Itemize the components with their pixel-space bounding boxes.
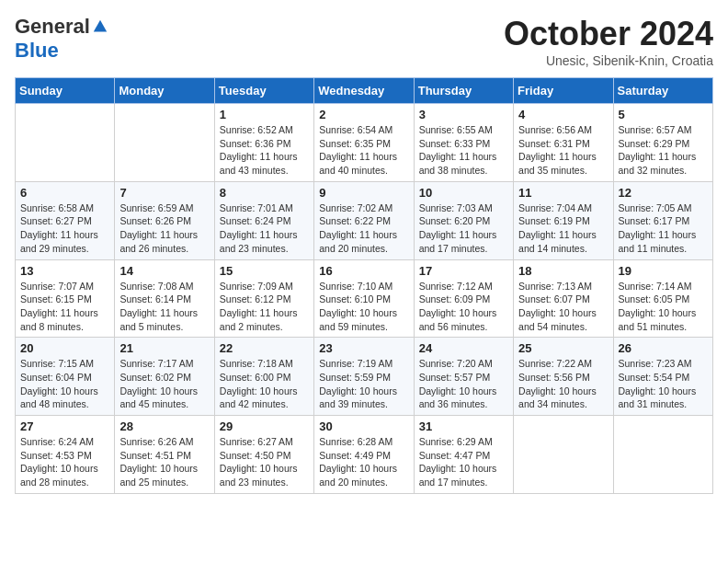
calendar-cell: 28Sunrise: 6:26 AM Sunset: 4:51 PM Dayli… <box>115 416 214 494</box>
calendar-table: SundayMondayTuesdayWednesdayThursdayFrid… <box>15 77 713 494</box>
calendar-cell: 23Sunrise: 7:19 AM Sunset: 5:59 PM Dayli… <box>314 338 414 416</box>
day-content: Sunrise: 7:12 AM Sunset: 6:09 PM Dayligh… <box>419 280 508 334</box>
calendar-cell <box>115 104 214 182</box>
calendar-day-header: Thursday <box>414 78 513 104</box>
day-content: Sunrise: 7:22 AM Sunset: 5:56 PM Dayligh… <box>518 357 608 411</box>
title-section: October 2024 Unesic, Sibenik-Knin, Croat… <box>504 15 713 68</box>
calendar-cell: 26Sunrise: 7:23 AM Sunset: 5:54 PM Dayli… <box>613 338 712 416</box>
day-number: 12 <box>619 186 708 200</box>
day-number: 28 <box>119 419 209 433</box>
calendar-cell: 18Sunrise: 7:13 AM Sunset: 6:07 PM Dayli… <box>514 259 613 338</box>
day-number: 9 <box>319 186 408 200</box>
day-content: Sunrise: 7:23 AM Sunset: 5:54 PM Dayligh… <box>619 357 708 411</box>
day-number: 6 <box>20 186 109 200</box>
day-content: Sunrise: 7:05 AM Sunset: 6:17 PM Dayligh… <box>619 201 708 256</box>
day-number: 5 <box>619 108 708 121</box>
day-content: Sunrise: 7:03 AM Sunset: 6:20 PM Dayligh… <box>419 201 508 256</box>
day-content: Sunrise: 7:13 AM Sunset: 6:07 PM Dayligh… <box>518 280 608 334</box>
calendar-day-header: Saturday <box>613 78 712 104</box>
day-content: Sunrise: 7:01 AM Sunset: 6:24 PM Dayligh… <box>220 201 309 256</box>
day-content: Sunrise: 7:02 AM Sunset: 6:22 PM Dayligh… <box>319 201 408 256</box>
calendar-cell: 3Sunrise: 6:55 AM Sunset: 6:33 PM Daylig… <box>414 104 513 182</box>
location-subtitle: Unesic, Sibenik-Knin, Croatia <box>504 53 713 68</box>
calendar-cell: 17Sunrise: 7:12 AM Sunset: 6:09 PM Dayli… <box>414 259 513 338</box>
day-number: 14 <box>119 264 209 278</box>
day-content: Sunrise: 6:29 AM Sunset: 4:47 PM Dayligh… <box>419 435 508 489</box>
day-content: Sunrise: 6:52 AM Sunset: 6:36 PM Dayligh… <box>220 123 309 178</box>
calendar-week-row: 13Sunrise: 7:07 AM Sunset: 6:15 PM Dayli… <box>16 259 713 338</box>
day-content: Sunrise: 7:04 AM Sunset: 6:19 PM Dayligh… <box>518 201 608 256</box>
day-number: 20 <box>20 341 109 355</box>
day-number: 17 <box>419 264 508 278</box>
day-number: 27 <box>20 419 109 433</box>
calendar-cell <box>16 104 115 182</box>
day-content: Sunrise: 6:56 AM Sunset: 6:31 PM Dayligh… <box>518 123 608 178</box>
calendar-cell: 12Sunrise: 7:05 AM Sunset: 6:17 PM Dayli… <box>613 181 712 259</box>
day-number: 23 <box>319 341 408 355</box>
calendar-cell: 9Sunrise: 7:02 AM Sunset: 6:22 PM Daylig… <box>314 181 414 259</box>
day-number: 18 <box>518 264 608 278</box>
day-content: Sunrise: 6:58 AM Sunset: 6:27 PM Dayligh… <box>20 201 109 256</box>
calendar-cell: 1Sunrise: 6:52 AM Sunset: 6:36 PM Daylig… <box>214 104 313 182</box>
calendar-cell <box>514 416 613 494</box>
calendar-cell: 30Sunrise: 6:28 AM Sunset: 4:49 PM Dayli… <box>314 416 414 494</box>
calendar-cell: 2Sunrise: 6:54 AM Sunset: 6:35 PM Daylig… <box>314 104 414 182</box>
calendar-day-header: Monday <box>115 78 214 104</box>
day-content: Sunrise: 7:19 AM Sunset: 5:59 PM Dayligh… <box>319 357 408 411</box>
calendar-cell: 10Sunrise: 7:03 AM Sunset: 6:20 PM Dayli… <box>414 181 513 259</box>
day-number: 11 <box>518 186 608 200</box>
calendar-cell: 6Sunrise: 6:58 AM Sunset: 6:27 PM Daylig… <box>16 181 115 259</box>
calendar-cell: 19Sunrise: 7:14 AM Sunset: 6:05 PM Dayli… <box>613 259 712 338</box>
day-number: 8 <box>220 186 309 200</box>
calendar-cell: 21Sunrise: 7:17 AM Sunset: 6:02 PM Dayli… <box>115 338 214 416</box>
day-number: 21 <box>119 341 209 355</box>
day-number: 24 <box>419 341 508 355</box>
calendar-cell: 13Sunrise: 7:07 AM Sunset: 6:15 PM Dayli… <box>16 259 115 338</box>
logo-icon <box>92 18 108 35</box>
day-content: Sunrise: 7:17 AM Sunset: 6:02 PM Dayligh… <box>119 357 209 411</box>
day-number: 4 <box>518 108 608 121</box>
day-number: 10 <box>419 186 508 200</box>
day-number: 22 <box>220 341 309 355</box>
day-content: Sunrise: 6:59 AM Sunset: 6:26 PM Dayligh… <box>119 201 209 256</box>
day-content: Sunrise: 6:57 AM Sunset: 6:29 PM Dayligh… <box>619 123 708 178</box>
day-number: 3 <box>419 108 508 121</box>
day-content: Sunrise: 6:54 AM Sunset: 6:35 PM Dayligh… <box>319 123 408 178</box>
day-number: 2 <box>319 108 408 121</box>
calendar-cell: 24Sunrise: 7:20 AM Sunset: 5:57 PM Dayli… <box>414 338 513 416</box>
calendar-cell: 8Sunrise: 7:01 AM Sunset: 6:24 PM Daylig… <box>214 181 313 259</box>
calendar-cell: 4Sunrise: 6:56 AM Sunset: 6:31 PM Daylig… <box>514 104 613 182</box>
calendar-week-row: 6Sunrise: 6:58 AM Sunset: 6:27 PM Daylig… <box>16 181 713 259</box>
page-header: General Blue October 2024 Unesic, Sibeni… <box>15 15 713 68</box>
calendar-cell: 7Sunrise: 6:59 AM Sunset: 6:26 PM Daylig… <box>115 181 214 259</box>
calendar-cell: 15Sunrise: 7:09 AM Sunset: 6:12 PM Dayli… <box>214 259 313 338</box>
day-content: Sunrise: 6:55 AM Sunset: 6:33 PM Dayligh… <box>419 123 508 178</box>
calendar-cell <box>613 416 712 494</box>
calendar-header-row: SundayMondayTuesdayWednesdayThursdayFrid… <box>16 78 713 104</box>
day-content: Sunrise: 6:26 AM Sunset: 4:51 PM Dayligh… <box>119 435 209 489</box>
calendar-cell: 14Sunrise: 7:08 AM Sunset: 6:14 PM Dayli… <box>115 259 214 338</box>
calendar-day-header: Friday <box>514 78 613 104</box>
day-number: 31 <box>419 419 508 433</box>
day-content: Sunrise: 7:10 AM Sunset: 6:10 PM Dayligh… <box>319 280 408 334</box>
day-content: Sunrise: 7:20 AM Sunset: 5:57 PM Dayligh… <box>419 357 508 411</box>
logo-general-text: General <box>15 15 90 39</box>
calendar-cell: 20Sunrise: 7:15 AM Sunset: 6:04 PM Dayli… <box>16 338 115 416</box>
calendar-day-header: Tuesday <box>214 78 313 104</box>
day-content: Sunrise: 7:09 AM Sunset: 6:12 PM Dayligh… <box>220 280 309 334</box>
day-number: 15 <box>220 264 309 278</box>
day-content: Sunrise: 7:14 AM Sunset: 6:05 PM Dayligh… <box>619 280 708 334</box>
calendar-cell: 29Sunrise: 6:27 AM Sunset: 4:50 PM Dayli… <box>214 416 313 494</box>
calendar-cell: 16Sunrise: 7:10 AM Sunset: 6:10 PM Dayli… <box>314 259 414 338</box>
day-number: 26 <box>619 341 708 355</box>
day-number: 7 <box>119 186 209 200</box>
calendar-day-header: Sunday <box>16 78 115 104</box>
day-content: Sunrise: 7:08 AM Sunset: 6:14 PM Dayligh… <box>119 280 209 334</box>
day-content: Sunrise: 7:07 AM Sunset: 6:15 PM Dayligh… <box>20 280 109 334</box>
logo-blue-text: Blue <box>15 39 59 63</box>
day-content: Sunrise: 6:24 AM Sunset: 4:53 PM Dayligh… <box>20 435 109 489</box>
day-number: 29 <box>220 419 309 433</box>
day-number: 19 <box>619 264 708 278</box>
month-title: October 2024 <box>504 15 713 53</box>
calendar-week-row: 27Sunrise: 6:24 AM Sunset: 4:53 PM Dayli… <box>16 416 713 494</box>
